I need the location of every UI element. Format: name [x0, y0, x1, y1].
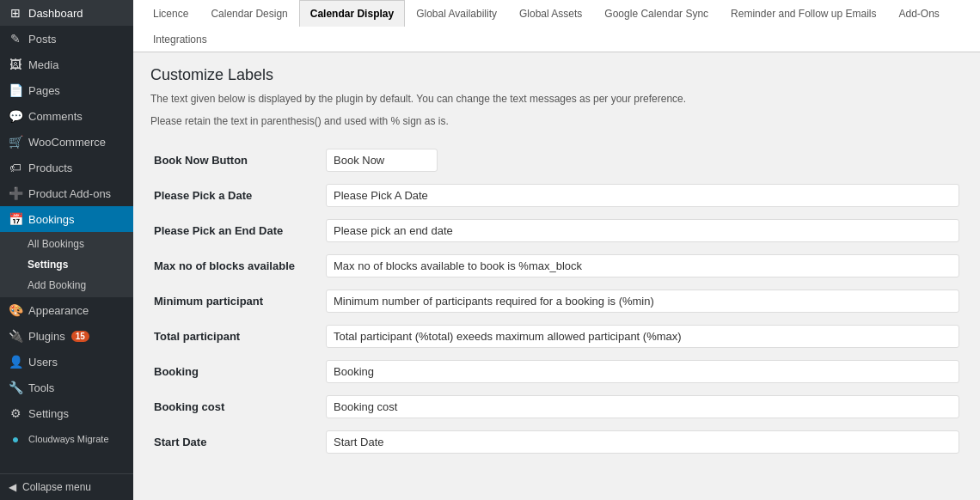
- plugins-icon: 🔌: [9, 329, 22, 343]
- sidebar-label-plugins: Plugins: [28, 330, 65, 343]
- field-input-max-blocks[interactable]: [326, 254, 959, 277]
- users-icon: 👤: [9, 355, 22, 369]
- sidebar-item-media[interactable]: 🖼 Media: [0, 52, 133, 77]
- sidebar-label-posts: Posts: [28, 33, 57, 46]
- field-input-booking-cost[interactable]: [326, 395, 959, 418]
- bookings-icon: 📅: [9, 212, 22, 226]
- field-label-total-participant: Total participant: [150, 319, 322, 354]
- sidebar-label-dashboard: Dashboard: [28, 7, 83, 20]
- sidebar-item-bookings[interactable]: 📅 Bookings: [0, 206, 133, 232]
- collapse-label: Collapse menu: [22, 481, 91, 493]
- sidebar-item-tools[interactable]: 🔧 Tools: [0, 375, 133, 400]
- field-input-minimum-participant[interactable]: [326, 290, 959, 313]
- sidebar-item-comments[interactable]: 💬 Comments: [0, 103, 133, 129]
- addons-icon: ➕: [9, 186, 22, 200]
- content-area: Customize Labels The text given below is…: [133, 52, 980, 500]
- bookings-submenu: All Bookings Settings Add Booking: [0, 232, 133, 297]
- settings-icon: ⚙: [9, 406, 22, 420]
- tools-icon: 🔧: [9, 381, 22, 394]
- form-row-booking-cost: Booking cost: [150, 389, 963, 424]
- field-label-minimum-participant: Minimum participant: [150, 284, 322, 319]
- main-area: Licence Calendar Design Calendar Display…: [133, 0, 980, 500]
- field-label-please-pick-a-date: Please Pick a Date: [150, 178, 322, 213]
- sidebar-item-dashboard[interactable]: ⊞ Dashboard: [0, 0, 133, 26]
- tab-integrations[interactable]: Integrations: [142, 26, 218, 52]
- field-input-start-date[interactable]: [326, 430, 959, 454]
- sidebar-label-pages: Pages: [28, 84, 60, 97]
- form-row-start-date: Start Date: [150, 424, 963, 460]
- comments-icon: 💬: [9, 109, 22, 123]
- tab-bar: Licence Calendar Design Calendar Display…: [133, 0, 980, 52]
- woo-icon: 🛒: [9, 135, 22, 149]
- sidebar: ⊞ Dashboard ✎ Posts 🖼 Media 📄 Pages 💬 Co…: [0, 0, 133, 500]
- field-input-book-now-button[interactable]: [326, 149, 438, 172]
- sidebar-item-product-addons[interactable]: ➕ Product Add-ons: [0, 180, 133, 206]
- page-title: Customize Labels: [150, 66, 963, 84]
- sidebar-sub-all-bookings[interactable]: All Bookings: [0, 234, 133, 254]
- tab-global-assets[interactable]: Global Assets: [508, 0, 593, 27]
- section-description-1: The text given below is displayed by the…: [150, 91, 963, 107]
- form-row-please-pick-end-date: Please Pick an End Date: [150, 213, 963, 248]
- sidebar-label-products: Products: [28, 162, 72, 174]
- products-icon: 🏷: [9, 161, 22, 174]
- tab-reminder-emails[interactable]: Reminder and Follow up Emails: [720, 0, 887, 27]
- field-label-booking-cost: Booking cost: [150, 389, 322, 424]
- sidebar-label-settings: Settings: [28, 407, 69, 420]
- sidebar-label-cloudways: Cloudways Migrate: [28, 434, 109, 444]
- sidebar-label-bookings: Bookings: [28, 213, 74, 226]
- field-input-please-pick-end-date[interactable]: [326, 219, 959, 242]
- sidebar-item-plugins[interactable]: 🔌 Plugins 15: [0, 323, 133, 349]
- posts-icon: ✎: [9, 32, 22, 46]
- appearance-icon: 🎨: [9, 303, 22, 317]
- field-label-max-blocks: Max no of blocks available: [150, 248, 322, 284]
- sidebar-label-tools: Tools: [28, 381, 54, 394]
- sidebar-item-products[interactable]: 🏷 Products: [0, 155, 133, 180]
- sidebar-item-pages[interactable]: 📄 Pages: [0, 77, 133, 103]
- sidebar-label-product-addons: Product Add-ons: [28, 187, 111, 200]
- sidebar-label-comments: Comments: [28, 110, 83, 123]
- sidebar-label-woocommerce: WooCommerce: [28, 136, 106, 149]
- form-row-minimum-participant: Minimum participant: [150, 284, 963, 319]
- form-row-total-participant: Total participant: [150, 319, 963, 354]
- sidebar-label-users: Users: [28, 356, 58, 369]
- sidebar-sub-add-booking[interactable]: Add Booking: [0, 275, 133, 296]
- collapse-icon: ◀: [9, 481, 16, 493]
- sidebar-label-appearance: Appearance: [28, 304, 89, 317]
- form-row-booking: Booking: [150, 354, 963, 389]
- tab-add-ons[interactable]: Add-Ons: [888, 0, 951, 27]
- form-row-max-blocks: Max no of blocks available: [150, 248, 963, 284]
- tab-calendar-design[interactable]: Calendar Design: [199, 0, 298, 27]
- sidebar-item-woocommerce[interactable]: 🛒 WooCommerce: [0, 129, 133, 155]
- collapse-menu-button[interactable]: ◀ Collapse menu: [0, 473, 133, 500]
- sidebar-item-settings[interactable]: ⚙ Settings: [0, 400, 133, 426]
- sidebar-label-media: Media: [28, 58, 58, 71]
- plugins-badge: 15: [71, 331, 89, 342]
- dashboard-icon: ⊞: [9, 6, 22, 20]
- form-row-book-now-button: Book Now Button: [150, 143, 963, 178]
- cloudways-icon: ●: [9, 432, 22, 446]
- sidebar-item-cloudways[interactable]: ● Cloudways Migrate: [0, 426, 133, 452]
- field-label-book-now-button: Book Now Button: [150, 143, 322, 178]
- pages-icon: 📄: [9, 83, 22, 97]
- sidebar-item-users[interactable]: 👤 Users: [0, 349, 133, 375]
- tab-global-availability[interactable]: Global Availability: [405, 0, 508, 27]
- form-row-please-pick-a-date: Please Pick a Date: [150, 178, 963, 213]
- tab-calendar-display[interactable]: Calendar Display: [299, 0, 405, 27]
- field-label-please-pick-end-date: Please Pick an End Date: [150, 213, 322, 248]
- field-label-start-date: Start Date: [150, 424, 322, 460]
- customize-labels-table: Book Now ButtonPlease Pick a DatePlease …: [150, 143, 963, 460]
- field-input-total-participant[interactable]: [326, 325, 959, 348]
- section-description-2: Please retain the text in parenthesis() …: [150, 113, 963, 129]
- sidebar-sub-settings[interactable]: Settings: [0, 254, 133, 275]
- tab-licence[interactable]: Licence: [142, 0, 199, 27]
- sidebar-item-posts[interactable]: ✎ Posts: [0, 26, 133, 52]
- sidebar-item-appearance[interactable]: 🎨 Appearance: [0, 297, 133, 323]
- field-input-please-pick-a-date[interactable]: [326, 184, 959, 207]
- tab-google-calendar-sync[interactable]: Google Calendar Sync: [593, 0, 720, 27]
- media-icon: 🖼: [9, 58, 22, 71]
- field-label-booking: Booking: [150, 354, 322, 389]
- field-input-booking[interactable]: [326, 360, 959, 383]
